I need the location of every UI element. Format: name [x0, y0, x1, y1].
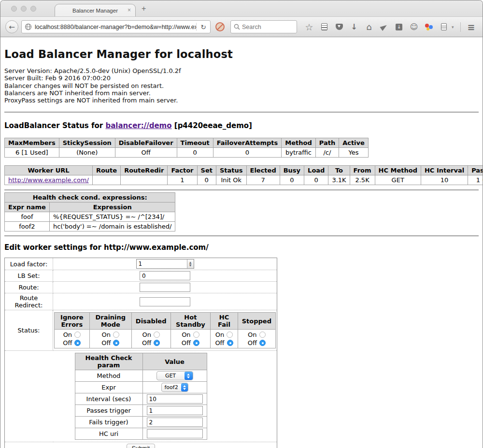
expr-select[interactable]: foof2	[161, 383, 188, 392]
col-expression: Expression	[49, 202, 175, 212]
col-elected: Elected	[246, 166, 280, 175]
col-failoverattempts: FailoverAttempts	[213, 138, 282, 148]
worker-status: Init Ok	[216, 175, 246, 185]
expr-name: foof2	[5, 222, 50, 231]
stopped-on-radio[interactable]	[259, 332, 266, 338]
passes-input[interactable]	[147, 406, 203, 415]
url-input[interactable]	[35, 24, 196, 30]
col-routeredir: RouteRedir	[121, 166, 168, 175]
expr-value: %{REQUEST_STATUS} =~ /^[234]/	[49, 212, 175, 222]
method-row: Method GET	[75, 370, 207, 382]
route-redirect-row: Route Redirect:	[5, 293, 277, 310]
workers-header-row: Worker URL Route RouteRedir Factor Set S…	[5, 166, 483, 175]
hot-standby-off-radio[interactable]	[193, 340, 199, 346]
minimize-window-button[interactable]	[21, 6, 27, 12]
fails-input[interactable]	[147, 418, 203, 427]
toolbar-icons: ☆ ↓ ⌂ ↓ ☺ ▾ ≡	[305, 22, 483, 32]
expr-value: hc('body') =~ /domain is established/	[49, 222, 175, 231]
home-icon[interactable]: ⌂	[365, 23, 373, 31]
page-title: Load Balancer Manager for localhost	[4, 37, 479, 60]
hc-fail-off-radio[interactable]	[227, 340, 233, 346]
disabled-off-radio[interactable]	[154, 340, 160, 346]
disabled-on-radio[interactable]	[154, 332, 160, 338]
toolbar-separator	[460, 22, 461, 32]
route-redirect-input[interactable]	[140, 297, 190, 306]
worker-route	[92, 175, 120, 185]
worker-url-link[interactable]: http://www.example.com/	[8, 176, 89, 184]
reading-list-clipboard-icon[interactable]	[320, 23, 328, 31]
load-factor-row: Load factor: ▲▼	[5, 258, 277, 270]
col-route: Route	[92, 166, 120, 175]
balancer-params-header-row: MaxMembers StickySession DisableFailover…	[5, 138, 369, 148]
site-identity-globe-icon[interactable]	[22, 23, 35, 30]
zoom-window-button[interactable]	[30, 6, 36, 12]
draining-mode-on-radio[interactable]	[113, 332, 119, 338]
server-built-line: Server Built: Feb 9 2016 07:00:20	[4, 74, 479, 82]
stopped-off-radio[interactable]	[259, 340, 266, 346]
submit-button[interactable]: Submit	[127, 444, 155, 448]
reload-icon[interactable]: ↻	[197, 23, 210, 31]
draining-mode-off-radio[interactable]	[113, 340, 119, 346]
path-value: /c/	[315, 148, 339, 158]
tab-bar: Balancer Manager × +	[0, 0, 483, 16]
pocket-icon[interactable]	[335, 23, 343, 31]
save-page-icon[interactable]: ↓	[395, 23, 403, 31]
worker-routeredir	[121, 175, 168, 185]
server-version-line: Server Version: Apache/2.5.0-dev (Unix) …	[4, 67, 479, 74]
col-expr-name: Expr name	[5, 202, 50, 212]
send-tab-icon[interactable]	[380, 23, 388, 31]
tab-close-icon[interactable]: ×	[128, 7, 131, 14]
url-bar[interactable]: ↻	[21, 20, 211, 33]
interval-input[interactable]	[147, 394, 203, 404]
balancer-demo-link[interactable]: balancer://demo	[105, 121, 171, 130]
col-worker-url: Worker URL	[5, 166, 93, 175]
ignore-errors-on-radio[interactable]	[74, 332, 81, 338]
new-tab-button[interactable]: +	[142, 4, 146, 13]
colored-dots-extension-icon[interactable]	[425, 23, 433, 31]
number-stepper-icon[interactable]: ▲▼	[187, 260, 194, 268]
workers-table: Worker URL Route RouteRedir Factor Set S…	[4, 165, 483, 185]
fails-row: Fails trigger)	[75, 417, 207, 428]
container-extension-icon[interactable]	[440, 23, 448, 31]
method-select[interactable]: GET	[156, 371, 193, 380]
hc-fail-on-radio[interactable]	[227, 332, 233, 338]
back-button[interactable]: ←	[5, 20, 18, 33]
hc-uri-input[interactable]	[147, 429, 203, 438]
menu-icon[interactable]: ≡	[467, 23, 476, 31]
stickysession-value: (None)	[59, 148, 115, 158]
worker-elected: 7	[246, 175, 280, 185]
content-blocked-icon[interactable]	[215, 22, 225, 31]
navigation-toolbar: ← ↻ ☆ ↓ ⌂ ↓ ☺	[0, 16, 483, 37]
hot-standby-on-radio[interactable]	[193, 332, 199, 338]
container-caret-icon[interactable]: ▾	[452, 25, 454, 29]
col-set: Set	[197, 166, 216, 175]
passes-label: Passes trigger	[75, 405, 142, 417]
col-hot-standby: Hot Standby	[170, 313, 211, 330]
load-factor-input[interactable]	[137, 260, 187, 268]
expr-row-foof2: foof2 hc('body') =~ /domain is establish…	[5, 222, 175, 231]
col-from: From	[350, 166, 375, 175]
search-bar[interactable]	[230, 20, 297, 33]
health-expressions-title: Health check cond. expressions:	[5, 193, 175, 202]
bookmark-star-icon[interactable]: ☆	[305, 23, 313, 31]
disablefailover-value: Off	[115, 148, 177, 158]
col-busy: Busy	[280, 166, 304, 175]
route-input[interactable]	[140, 283, 190, 292]
downloads-icon[interactable]: ↓	[350, 23, 358, 31]
expr-name: foof	[5, 212, 50, 222]
feedback-smiley-icon[interactable]: ☺	[410, 23, 418, 31]
lb-set-input[interactable]	[140, 271, 190, 280]
close-window-button[interactable]	[11, 6, 17, 12]
col-disablefailover: DisableFailover	[115, 138, 177, 148]
inherit-notice-line: Balancers are NOT inherited from main se…	[4, 89, 479, 97]
disabled-radios: On Off	[131, 330, 170, 348]
passes-row: Passes trigger	[75, 405, 207, 417]
worker-busy: 0	[280, 175, 304, 185]
col-to: To	[328, 166, 350, 175]
ignore-errors-off-radio[interactable]	[74, 340, 81, 346]
browser-tab[interactable]: Balancer Manager ×	[55, 4, 136, 16]
status-table: Ignore Errors Draining Mode Disabled Hot…	[54, 312, 276, 348]
search-input[interactable]	[242, 24, 290, 30]
page-content: Load Balancer Manager for localhost Serv…	[0, 37, 483, 448]
method-value: bytraffic	[282, 148, 315, 158]
